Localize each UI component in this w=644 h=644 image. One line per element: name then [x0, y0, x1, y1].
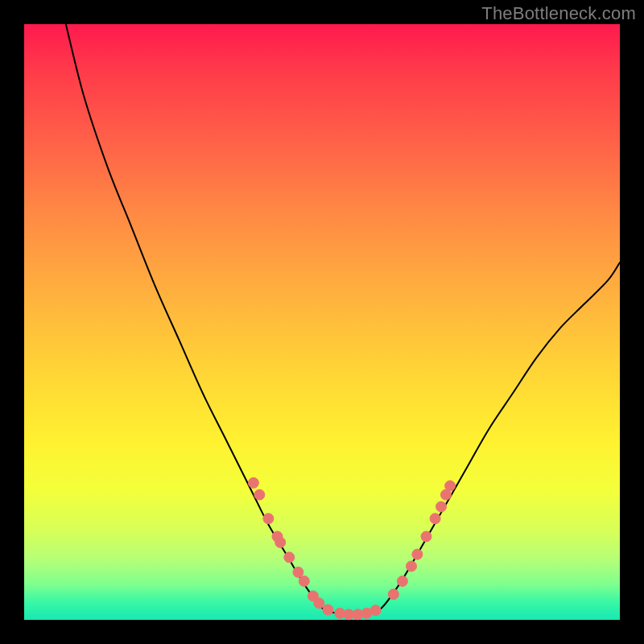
curve-marker — [254, 489, 265, 500]
curve-marker — [397, 576, 407, 586]
curve-marker — [412, 549, 423, 559]
curve-marker — [370, 605, 381, 616]
curve-path — [66, 24, 620, 615]
curve-marker — [436, 502, 447, 512]
curve-markers — [248, 477, 455, 620]
curve-marker — [445, 481, 456, 491]
curve-marker — [407, 561, 417, 572]
bottleneck-curve — [66, 24, 620, 615]
curve-marker — [388, 589, 398, 600]
watermark-text: TheBottleneck.com — [481, 3, 636, 24]
curve-marker — [314, 598, 324, 609]
curve-marker — [430, 514, 440, 524]
curve-marker — [248, 477, 258, 488]
curve-marker — [293, 567, 303, 577]
chart-svg — [24, 24, 620, 620]
curve-marker — [275, 537, 286, 547]
curve-marker — [421, 531, 431, 542]
chart-frame: TheBottleneck.com — [0, 0, 644, 644]
curve-marker — [299, 576, 309, 586]
curve-marker — [284, 552, 295, 563]
curve-marker — [263, 514, 274, 524]
chart-plot-area — [24, 24, 620, 620]
curve-marker — [323, 605, 333, 615]
